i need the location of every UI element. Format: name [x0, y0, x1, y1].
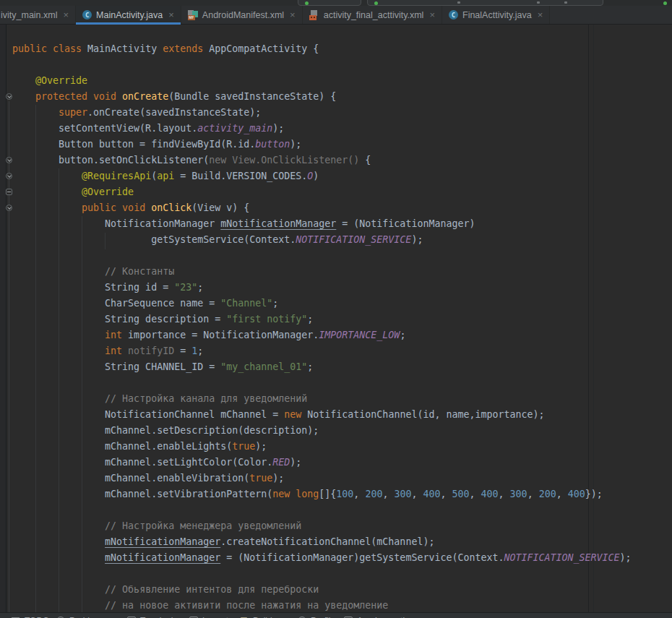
code-editor[interactable]: public class MainActivity extends AppCom…: [0, 25, 672, 612]
code-line: @Override: [12, 184, 632, 200]
fold-chevron-icon[interactable]: [6, 93, 12, 100]
toolbar-icon[interactable]: [457, 1, 460, 4]
code-line: [12, 566, 632, 582]
code-line: mChannel.setLightColor(Color.RED);: [12, 455, 632, 471]
code-line: Button button = findViewById(R.id.button…: [12, 137, 632, 153]
tab-close-icon[interactable]: ×: [538, 10, 543, 20]
code-line: [12, 248, 632, 264]
run-icon[interactable]: [374, 1, 378, 5]
java-class-icon: C: [449, 10, 458, 20]
code-line: NotificationManager mNotificationManager…: [12, 216, 632, 232]
code-line: NotificationChannel mChannel = new Notif…: [12, 407, 632, 423]
code-line: setContentView(R.layout.activity_main);: [12, 121, 632, 137]
tab-close-icon[interactable]: ×: [168, 10, 174, 20]
code-line: mNotificationManager.createNotificationC…: [12, 534, 632, 550]
tool-window-bar: TODOProblemsTerminalLogcatBuildProfilerA…: [0, 612, 672, 618]
code-line: // Настройка менеджера уведомлений: [12, 518, 632, 534]
code-line: mChannel.setVibrationPattern(new long[]{…: [12, 486, 632, 502]
fold-chevron-icon[interactable]: [6, 157, 12, 163]
toolbar-icon[interactable]: [537, 1, 540, 4]
tab-bar: ivity_main.xml×CMainActivity.java×MFAndr…: [0, 6, 672, 25]
code-area[interactable]: public class MainActivity extends AppCom…: [0, 25, 632, 614]
device-selector[interactable]: [367, 0, 603, 6]
code-line: super.onCreate(savedInstanceState);: [12, 105, 632, 121]
java-class-icon: C: [82, 10, 92, 20]
code-line: [12, 375, 632, 391]
code-line: public void onClick(View v) {: [12, 200, 632, 216]
code-line: getSystemService(Context.NOTIFICATION_SE…: [12, 232, 632, 248]
code-line: int notifyID = 1;: [12, 343, 632, 359]
code-line: protected void onCreate(Bundle savedInst…: [12, 89, 632, 105]
code-line: [12, 502, 632, 518]
code-line: String description = "first notify";: [12, 312, 632, 327]
fold-collapse-icon[interactable]: [6, 189, 12, 195]
fold-chevron-icon[interactable]: [6, 173, 12, 179]
code-line: // на новое активити после нажатия на ув…: [12, 598, 632, 614]
code-line: @RequiresApi(api = Build.VERSION_CODES.O…: [12, 168, 632, 184]
tab-MainActivity.java[interactable]: CMainActivity.java×: [76, 6, 181, 24]
code-line: int importance = NotificationManager.IMP…: [12, 327, 632, 343]
tab-activity_final_acttivity.xml[interactable]: activity_final_acttivity.xml×: [303, 6, 442, 24]
run-icon[interactable]: [305, 1, 309, 5]
fold-chevron-icon[interactable]: [6, 205, 12, 211]
code-line: [12, 57, 632, 73]
code-line: mChannel.enableLights(true);: [12, 439, 632, 455]
code-line: mNotificationManager = (NotificationMana…: [12, 550, 632, 566]
code-line: [12, 25, 632, 41]
tab-label: FinalActtivity.java: [462, 10, 532, 20]
tab-close-icon[interactable]: ×: [64, 10, 69, 20]
code-line: // Настройка канала для уведомлений: [12, 391, 632, 407]
code-line: String CHANNEL_ID = "my_channel_01";: [12, 359, 632, 375]
tab-label: MainActivity.java: [96, 10, 163, 20]
tab-label: AndroidManifest.xml: [202, 10, 284, 20]
manifest-file-icon: MF: [188, 10, 198, 20]
tab-ivity_main.xml[interactable]: ivity_main.xml×: [0, 6, 76, 24]
tab-AndroidManifest.xml[interactable]: MFAndroidManifest.xml×: [181, 6, 303, 24]
tab-label: ivity_main.xml: [1, 10, 58, 20]
tab-close-icon[interactable]: ×: [429, 10, 435, 20]
tab-label: activity_final_acttivity.xml: [324, 10, 424, 20]
toolbar-icon[interactable]: [564, 1, 567, 4]
tab-FinalActtivity.java[interactable]: CFinalActtivity.java×: [442, 6, 550, 24]
code-line: String id = "23";: [12, 280, 632, 296]
main-toolbar-edge: [0, 0, 672, 6]
code-line: mChannel.enableVibration(true);: [12, 471, 632, 486]
code-line: // Константы: [12, 264, 632, 280]
code-line: @Override: [12, 73, 632, 89]
ide-window: { "app": { "name_hint": "Android Studio …: [0, 0, 672, 618]
run-icon[interactable]: [663, 1, 667, 5]
tab-close-icon[interactable]: ×: [290, 10, 296, 20]
xml-layout-file-icon: [309, 10, 319, 20]
code-line: CharSequence name = "Channel";: [12, 296, 632, 312]
code-line: public class MainActivity extends AppCom…: [12, 41, 632, 57]
code-line: mChannel.setDescription(description);: [12, 423, 632, 439]
code-line: // Обьявление интентов для переброски: [12, 582, 632, 598]
code-line: button.setOnClickListener(new View.OnCli…: [12, 153, 632, 168]
